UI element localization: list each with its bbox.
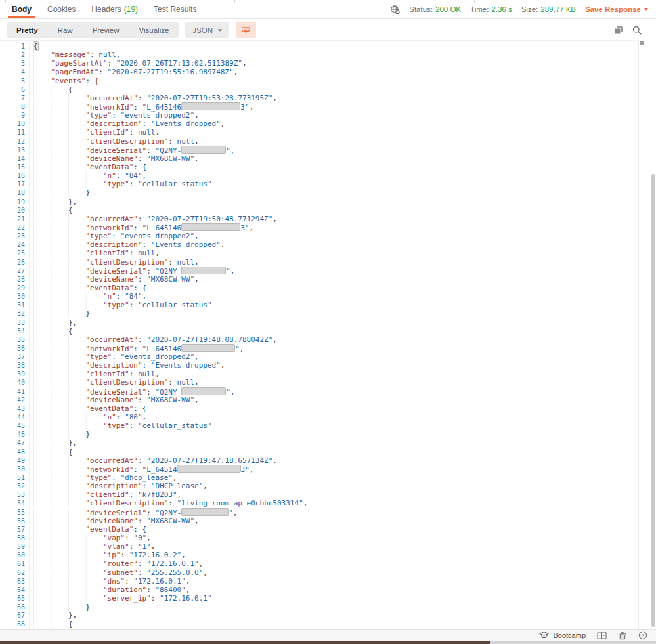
line-number: 28: [0, 275, 29, 284]
json-punctuation: :: [116, 292, 125, 301]
code-line[interactable]: 65 "server_ip": "172.16.0.1": [0, 594, 638, 603]
language-select[interactable]: JSON: [185, 22, 229, 38]
code-line[interactable]: 27 "deviceSerial": "Q2NY-",: [0, 267, 638, 275]
code-line[interactable]: 38 "description": "Events dropped",: [0, 361, 638, 370]
code-line[interactable]: 68 {: [0, 620, 638, 628]
code-line[interactable]: 47 },: [0, 439, 638, 447]
code-line[interactable]: 23 "type": "events_dropped2",: [0, 232, 638, 240]
code-line[interactable]: 63 "dns": "172.16.0.1",: [0, 577, 638, 586]
code-line[interactable]: 43 "eventData": {: [0, 404, 638, 413]
code-line[interactable]: 57 "eventData": {: [0, 525, 638, 534]
bootcamp-button[interactable]: Bootcamp: [539, 632, 586, 639]
code-line[interactable]: 15 "eventData": {: [0, 163, 638, 171]
code-line[interactable]: 67 },: [0, 611, 638, 620]
tab-body[interactable]: Body: [4, 0, 39, 18]
code-line[interactable]: 59 "vlan": "1",: [0, 542, 638, 551]
code-line[interactable]: 8 "networkId": "L_6451463",: [0, 102, 638, 111]
code-line[interactable]: 21 "occurredAt": "2020-07-27T19:50:48.77…: [0, 215, 638, 223]
search-icon[interactable]: [632, 26, 642, 35]
code-line[interactable]: 50 "networkId": "L_645143",: [0, 465, 638, 473]
code-line[interactable]: 14 "deviceName": "MX68CW-WW",: [0, 154, 638, 163]
code-line[interactable]: 61 "router": "172.16.0.1",: [0, 559, 638, 568]
code-line[interactable]: 12 "clientDescription": null,: [0, 137, 638, 146]
trash-icon[interactable]: [618, 632, 627, 640]
code-line[interactable]: 60 "ip": "172.16.0.2",: [0, 551, 638, 559]
code-line[interactable]: 62 "subnet": "255.255.0.0",: [0, 569, 638, 577]
json-punctuation: },: [68, 318, 77, 327]
code-line[interactable]: 17 "type": "cellular_status": [0, 180, 638, 188]
view-pretty-button[interactable]: Pretty: [7, 22, 48, 38]
code-line[interactable]: 35 "occurredAt": "2020-07-27T19:48:08.78…: [0, 335, 638, 344]
code-line[interactable]: 1{: [0, 42, 638, 51]
code-line[interactable]: 4 "pageEndAt": "2020-07-27T19:55:16.9897…: [0, 68, 638, 76]
code-line-content: "type": "events_dropped2",: [29, 111, 638, 119]
view-raw-button[interactable]: Raw: [48, 22, 83, 38]
view-visualize-button[interactable]: Visualize: [129, 22, 179, 38]
code-line[interactable]: 2 "message": null,: [0, 51, 638, 59]
help-icon[interactable]: ?: [638, 631, 647, 640]
tab-cookies[interactable]: Cookies: [39, 0, 83, 18]
code-line[interactable]: 53 "clientId": "k7f8203",: [0, 490, 638, 499]
code-line[interactable]: 58 "vap": "0",: [0, 534, 638, 542]
console-panes-icon[interactable]: [597, 632, 607, 639]
page-scrollbar-thumb[interactable]: [651, 174, 655, 627]
code-line[interactable]: 5 "events": [: [0, 77, 638, 85]
save-response-button[interactable]: Save Response: [585, 5, 648, 13]
code-line[interactable]: 45 "type": "cellular_status": [0, 421, 638, 430]
code-line[interactable]: 31 "type": "cellular_status": [0, 301, 638, 309]
code-line[interactable]: 16 "n": "84",: [0, 171, 638, 180]
json-string: "86400": [155, 586, 185, 594]
code-line[interactable]: 36 "networkId": "L_645146",: [0, 344, 638, 353]
code-line[interactable]: 52 "description": "DHCP lease",: [0, 482, 638, 490]
code-line[interactable]: 19 },: [0, 198, 638, 206]
code-line[interactable]: 32 }: [0, 309, 638, 318]
response-body-editor[interactable]: 1{2 "message": null,3 "pageStartAt": "20…: [0, 40, 639, 629]
code-line[interactable]: 30 "n": "84",: [0, 292, 638, 301]
json-key: "vlan": [103, 542, 129, 551]
wrap-text-button[interactable]: [236, 22, 256, 38]
code-line[interactable]: 6 {: [0, 85, 638, 94]
code-line[interactable]: 39 "clientId": null,: [0, 370, 638, 378]
code-line[interactable]: 24 "description": "Events dropped",: [0, 240, 638, 249]
code-line[interactable]: 11 "clientId": null,: [0, 128, 638, 137]
code-line[interactable]: 7 "occurredAt": "2020-07-27T19:53:28.773…: [0, 94, 638, 102]
code-line[interactable]: 51 "type": "dhcp_lease",: [0, 473, 638, 482]
json-string: "2020-07-27T19:48:08.788042Z": [146, 335, 273, 344]
code-line[interactable]: 46 }: [0, 430, 638, 439]
code-line[interactable]: 9 "type": "events_dropped2",: [0, 111, 638, 119]
code-line[interactable]: 20 {: [0, 206, 638, 215]
code-line-content: "occurredAt": "2020-07-27T19:48:08.78804…: [29, 335, 638, 344]
line-number: 46: [0, 430, 29, 439]
copy-icon[interactable]: [614, 26, 623, 35]
code-line[interactable]: 49 "occurredAt": "2020-07-27T19:47:18.65…: [0, 456, 638, 465]
tab-body-label: Body: [12, 5, 32, 14]
code-line[interactable]: 29 "eventData": {: [0, 284, 638, 292]
code-line[interactable]: 42 "deviceName": "MX68CW-WW",: [0, 396, 638, 404]
code-line[interactable]: 28 "deviceName": "MX68CW-WW",: [0, 275, 638, 284]
code-line[interactable]: 48 {: [0, 448, 638, 456]
code-line[interactable]: 54 "clientDescription": "living-room-ap-…: [0, 499, 638, 507]
code-line[interactable]: 64 "duration": "86400",: [0, 586, 638, 594]
code-line[interactable]: 33 },: [0, 318, 638, 327]
json-key: "server_ip": [103, 594, 151, 603]
code-line[interactable]: 25 "clientId": null,: [0, 249, 638, 257]
code-line[interactable]: 44 "n": "80",: [0, 413, 638, 421]
tab-headers[interactable]: Headers (19): [83, 0, 146, 18]
code-line[interactable]: 66 }: [0, 603, 638, 611]
globe-lock-icon[interactable]: [390, 5, 400, 14]
code-line[interactable]: 55 "deviceSerial": "Q2NY-",: [0, 508, 638, 517]
tab-test-results[interactable]: Test Results: [146, 0, 204, 18]
view-preview-button[interactable]: Preview: [83, 22, 129, 38]
code-line[interactable]: 10 "description": "Events dropped",: [0, 119, 638, 128]
code-line[interactable]: 40 "clientDescription": null,: [0, 378, 638, 387]
code-line[interactable]: 22 "networkId": "L_6451463",: [0, 223, 638, 232]
code-line[interactable]: 34 {: [0, 327, 638, 335]
code-line[interactable]: 37 "type": "events_dropped2",: [0, 353, 638, 361]
code-line[interactable]: 56 "deviceName": "MX68CW-WW",: [0, 517, 638, 525]
code-line[interactable]: 18 }: [0, 188, 638, 197]
code-line[interactable]: 3 "pageStartAt": "2020-07-26T17:13:02.51…: [0, 59, 638, 68]
code-line[interactable]: 41 "deviceSerial": "Q2NY-",: [0, 387, 638, 396]
code-line[interactable]: 13 "deviceSerial": "Q2NY-",: [0, 146, 638, 154]
code-line[interactable]: 26 "clientDescription": null,: [0, 258, 638, 267]
editor-scrollbar-thumb[interactable]: [640, 41, 644, 45]
